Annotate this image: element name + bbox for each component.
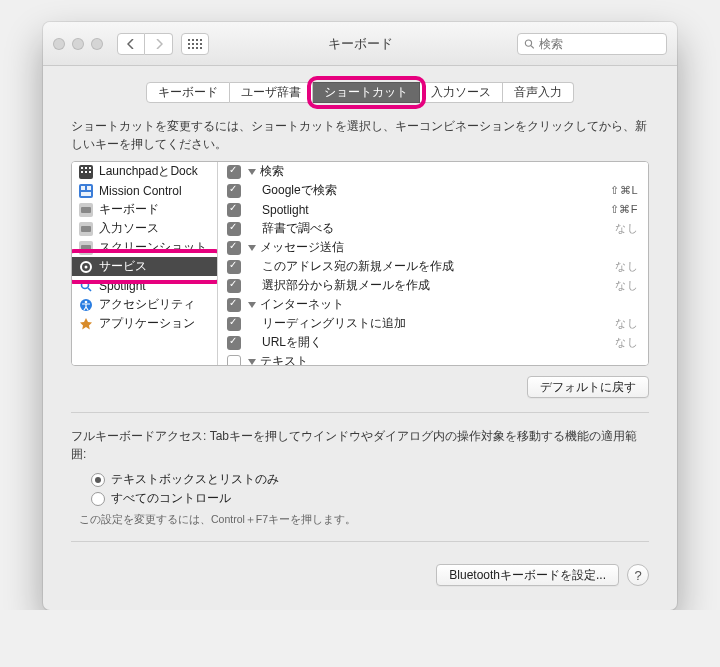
svg-rect-30 <box>81 245 91 251</box>
restore-defaults-button[interactable]: デフォルトに戻す <box>527 376 649 398</box>
category-item-spotlight[interactable]: Spotlight <box>72 276 217 295</box>
disclosure-triangle-icon[interactable] <box>248 169 256 175</box>
shortcut-label: Googleで検索 <box>262 182 610 199</box>
close-dot[interactable] <box>53 38 65 50</box>
tab-bar: キーボードユーザ辞書ショートカット入力ソース音声入力 <box>71 82 649 103</box>
radio-dot-off <box>91 492 105 506</box>
svg-rect-3 <box>200 39 202 41</box>
traffic-lights <box>53 38 103 50</box>
shortcut-row[interactable]: 辞書で調べるなし <box>218 219 648 238</box>
app-icon <box>79 317 93 331</box>
category-label: 入力ソース <box>99 220 159 237</box>
category-list[interactable]: LaunchpadとDockMission Controlキーボード入力ソースス… <box>72 162 218 365</box>
category-item-gear[interactable]: サービス <box>72 257 217 276</box>
svg-rect-28 <box>81 226 91 232</box>
minimize-dot[interactable] <box>72 38 84 50</box>
full-keyboard-text: フルキーボードアクセス: Tabキーを押してウインドウやダイアログ内の操作対象を… <box>71 427 649 463</box>
gear-icon <box>79 260 93 274</box>
tab-4[interactable]: 音声入力 <box>503 82 574 103</box>
keyboard-icon <box>79 203 93 217</box>
shortcut-keys[interactable]: ⇧⌘L <box>610 184 638 197</box>
forward-button[interactable] <box>145 33 173 55</box>
tab-1[interactable]: ユーザ辞書 <box>230 82 313 103</box>
shortcut-none[interactable]: なし <box>615 221 638 236</box>
search-field[interactable] <box>517 33 667 55</box>
titlebar: キーボード <box>43 22 677 66</box>
instruction-text: ショートカットを変更するには、ショートカットを選択し、キーコンビネーションをクリ… <box>71 117 649 153</box>
shortcut-group-header[interactable]: テキスト <box>218 352 648 365</box>
checkbox[interactable] <box>227 165 241 179</box>
category-item-launchpad[interactable]: LaunchpadとDock <box>72 162 217 181</box>
group-label: インターネット <box>260 296 638 313</box>
shortcut-row[interactable]: Spotlight⇧⌘F <box>218 200 648 219</box>
svg-rect-2 <box>196 39 198 41</box>
category-item-mission[interactable]: Mission Control <box>72 181 217 200</box>
category-label: Mission Control <box>99 184 182 198</box>
tab-2[interactable]: ショートカット <box>313 82 420 103</box>
checkbox[interactable] <box>227 222 241 236</box>
checkbox[interactable] <box>227 317 241 331</box>
shortcut-group-header[interactable]: インターネット <box>218 295 648 314</box>
disclosure-triangle-icon[interactable] <box>248 302 256 308</box>
shortcut-none[interactable]: なし <box>615 335 638 350</box>
screenshot-icon <box>79 241 93 255</box>
shortcut-row[interactable]: リーディングリストに追加なし <box>218 314 648 333</box>
shortcut-label: リーディングリストに追加 <box>262 315 615 332</box>
input-icon <box>79 222 93 236</box>
zoom-dot[interactable] <box>91 38 103 50</box>
category-label: サービス <box>99 258 147 275</box>
svg-rect-6 <box>196 43 198 45</box>
disclosure-triangle-icon[interactable] <box>248 245 256 251</box>
checkbox[interactable] <box>227 279 241 293</box>
category-item-input[interactable]: 入力ソース <box>72 219 217 238</box>
bluetooth-keyboard-button[interactable]: Bluetoothキーボードを設定... <box>436 564 619 586</box>
svg-rect-7 <box>200 43 202 45</box>
svg-point-33 <box>82 281 89 288</box>
shortcut-keys[interactable]: ⇧⌘F <box>610 203 638 216</box>
shortcut-group-header[interactable]: 検索 <box>218 162 648 181</box>
category-item-app[interactable]: アプリケーション <box>72 314 217 333</box>
show-all-button[interactable] <box>181 33 209 55</box>
checkbox[interactable] <box>227 260 241 274</box>
search-input[interactable] <box>539 37 660 51</box>
category-item-accessibility[interactable]: アクセシビリティ <box>72 295 217 314</box>
category-item-screenshot[interactable]: スクリーンショット <box>72 238 217 257</box>
shortcut-row[interactable]: URLを開くなし <box>218 333 648 352</box>
separator-2 <box>71 541 649 542</box>
svg-rect-19 <box>85 171 87 173</box>
category-item-keyboard[interactable]: キーボード <box>72 200 217 219</box>
shortcut-none[interactable]: なし <box>615 259 638 274</box>
group-label: メッセージ送信 <box>260 239 638 256</box>
shortcut-none[interactable]: なし <box>615 316 638 331</box>
svg-line-34 <box>88 288 91 291</box>
radio-all-controls[interactable]: すべてのコントロール <box>91 490 649 507</box>
svg-point-36 <box>85 300 88 303</box>
svg-rect-8 <box>188 47 190 49</box>
help-button[interactable]: ? <box>627 564 649 586</box>
launchpad-icon <box>79 165 93 179</box>
shortcut-none[interactable]: なし <box>615 278 638 293</box>
radio-textboxes-only[interactable]: テキストボックスとリストのみ <box>91 471 649 488</box>
svg-rect-0 <box>188 39 190 41</box>
disclosure-triangle-icon[interactable] <box>248 359 256 365</box>
svg-rect-22 <box>81 186 85 190</box>
shortcut-list[interactable]: 検索Googleで検索⇧⌘LSpotlight⇧⌘F辞書で調べるなしメッセージ送… <box>218 162 648 365</box>
mission-icon <box>79 184 93 198</box>
back-button[interactable] <box>117 33 145 55</box>
checkbox[interactable] <box>227 298 241 312</box>
shortcut-label: 選択部分から新規メールを作成 <box>262 277 615 294</box>
shortcut-label: 辞書で調べる <box>262 220 615 237</box>
checkbox[interactable] <box>227 184 241 198</box>
tab-3[interactable]: 入力ソース <box>420 82 503 103</box>
checkbox[interactable] <box>227 241 241 255</box>
shortcut-group-header[interactable]: メッセージ送信 <box>218 238 648 257</box>
checkbox[interactable] <box>227 336 241 350</box>
shortcut-row[interactable]: 選択部分から新規メールを作成なし <box>218 276 648 295</box>
separator <box>71 412 649 413</box>
shortcut-row[interactable]: Googleで検索⇧⌘L <box>218 181 648 200</box>
checkbox[interactable] <box>227 203 241 217</box>
shortcut-row[interactable]: このアドレス宛の新規メールを作成なし <box>218 257 648 276</box>
radio-dot-on <box>91 473 105 487</box>
tab-0[interactable]: キーボード <box>146 82 230 103</box>
checkbox[interactable] <box>227 355 241 366</box>
